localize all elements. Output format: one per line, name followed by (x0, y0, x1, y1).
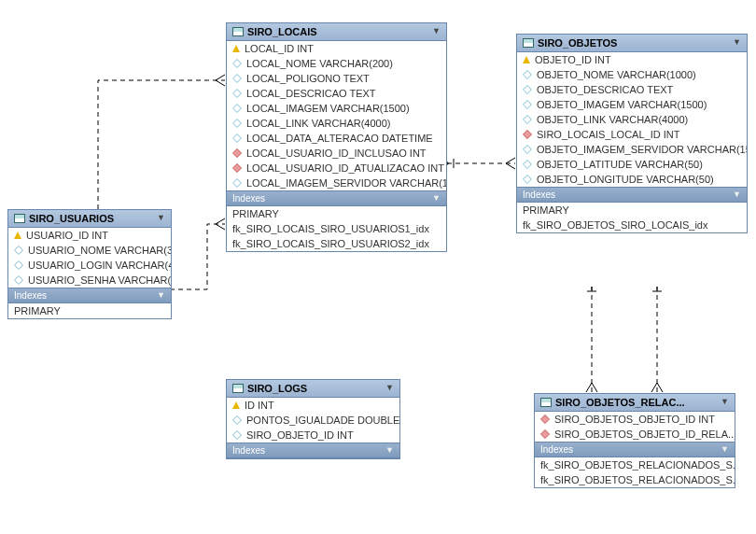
column-row: OBJETO_ID INT (517, 52, 747, 67)
column-icon (14, 275, 23, 285)
collapse-icon[interactable]: ▼ (721, 444, 729, 454)
column-row: LOCAL_IMAGEM_SERVIDOR VARCHAR(1500) (227, 176, 446, 190)
column-icon (14, 246, 23, 255)
column-row: SIRO_OBJETOS_OBJETO_ID_RELA... (535, 427, 735, 442)
table-icon (232, 27, 244, 36)
column-row: OBJETO_LATITUDE VARCHAR(50) (517, 157, 747, 172)
table-icon (14, 214, 25, 223)
column-icon (523, 175, 532, 184)
column-row: LOCAL_IMAGEM VARCHAR(1500) (227, 101, 446, 116)
column-row: OBJETO_DESCRICAO TEXT (517, 82, 747, 97)
entity-header[interactable]: SIRO_LOCAIS ▼ (227, 23, 446, 41)
column-row: LOCAL_USUARIO_ID_INCLUSAO INT (227, 146, 446, 161)
entity-siro-objetos-relac[interactable]: SIRO_OBJETOS_RELAC... ▼ SIRO_OBJETOS_OBJ… (534, 393, 735, 488)
indexes-header[interactable]: Indexes▼ (227, 190, 446, 206)
entity-header[interactable]: SIRO_OBJETOS ▼ (517, 35, 747, 52)
column-row: LOCAL_POLIGONO TEXT (227, 71, 446, 86)
entity-siro-usuarios[interactable]: SIRO_USUARIOS ▼ USUARIO_ID INT USUARIO_N… (7, 209, 172, 319)
collapse-icon[interactable]: ▼ (432, 193, 441, 203)
pk-icon (14, 232, 21, 239)
collapse-icon[interactable]: ▼ (733, 37, 741, 47)
pk-icon (232, 401, 240, 409)
column-row: LOCAL_DESCRICAO TEXT (227, 86, 446, 101)
entity-header[interactable]: SIRO_USUARIOS ▼ (8, 210, 171, 228)
index-row: fk_SIRO_OBJETOS_RELACIONADOS_S... (535, 472, 735, 487)
column-row: OBJETO_IMAGEM_SERVIDOR VARCHAR(1500) (517, 142, 747, 157)
table-icon (540, 398, 552, 407)
entity-siro-objetos[interactable]: SIRO_OBJETOS ▼ OBJETO_ID INT OBJETO_NOME… (516, 34, 748, 233)
column-row: LOCAL_ID INT (227, 41, 446, 56)
entity-header[interactable]: SIRO_OBJETOS_RELAC... ▼ (535, 394, 735, 412)
index-row: PRIMARY (8, 303, 171, 318)
indexes-header[interactable]: Indexes▼ (227, 443, 399, 458)
fk-icon (232, 148, 242, 158)
column-row: ID INT (227, 398, 399, 413)
column-row: OBJETO_NOME VARCHAR(1000) (517, 67, 747, 82)
column-row: OBJETO_LINK VARCHAR(4000) (517, 112, 747, 127)
column-icon (523, 85, 532, 94)
column-icon (232, 415, 242, 425)
fk-icon (540, 415, 550, 424)
pk-icon (523, 56, 530, 63)
collapse-icon[interactable]: ▼ (157, 213, 165, 222)
entity-title: SIRO_USUARIOS (29, 213, 114, 224)
column-row: LOCAL_LINK VARCHAR(4000) (227, 116, 446, 131)
collapse-icon[interactable]: ▼ (385, 445, 394, 455)
table-icon (523, 38, 534, 48)
entity-header[interactable]: SIRO_LOGS ▼ (227, 380, 399, 398)
collapse-icon[interactable]: ▼ (721, 397, 729, 406)
column-icon (232, 134, 242, 143)
index-row: PRIMARY (227, 206, 446, 221)
fk-icon (540, 429, 550, 439)
column-row: SIRO_OBJETOS_OBJETO_ID INT (535, 412, 735, 427)
indexes-header[interactable]: Indexes▼ (535, 442, 735, 457)
column-icon (232, 430, 242, 440)
indexes-header[interactable]: Indexes▼ (8, 288, 171, 303)
collapse-icon[interactable]: ▼ (733, 190, 741, 199)
column-icon (232, 104, 242, 113)
column-icon (232, 74, 242, 83)
entity-title: SIRO_LOCAIS (247, 26, 317, 37)
pk-icon (232, 45, 240, 52)
column-row: SIRO_OBJETO_ID INT (227, 428, 399, 443)
column-icon (232, 119, 242, 128)
entity-siro-locais[interactable]: SIRO_LOCAIS ▼ LOCAL_ID INT LOCAL_NOME VA… (226, 22, 447, 252)
entity-title: SIRO_OBJETOS_RELAC... (555, 397, 685, 408)
column-icon (523, 145, 532, 154)
column-icon (523, 160, 532, 169)
column-icon (232, 178, 242, 188)
column-icon (523, 115, 532, 124)
entity-title: SIRO_LOGS (247, 383, 307, 394)
column-row: SIRO_LOCAIS_LOCAL_ID INT (517, 127, 747, 142)
indexes-header[interactable]: Indexes▼ (517, 187, 747, 203)
index-row: PRIMARY (517, 203, 747, 218)
column-icon (232, 59, 242, 68)
column-row: LOCAL_USUARIO_ID_ATUALIZACAO INT (227, 161, 446, 176)
column-row: PONTOS_IGUALDADE DOUBLE (227, 413, 399, 428)
collapse-icon[interactable]: ▼ (157, 290, 165, 300)
table-icon (232, 384, 244, 393)
column-icon (14, 260, 23, 270)
fk-icon (232, 163, 242, 173)
collapse-icon[interactable]: ▼ (432, 26, 441, 35)
column-row: USUARIO_LOGIN VARCHAR(45) (8, 258, 171, 273)
column-row: USUARIO_ID INT (8, 228, 171, 243)
entity-siro-logs[interactable]: SIRO_LOGS ▼ ID INT PONTOS_IGUALDADE DOUB… (226, 379, 400, 459)
collapse-icon[interactable]: ▼ (385, 383, 394, 392)
fk-icon (523, 130, 532, 139)
column-icon (523, 100, 532, 109)
index-row: fk_SIRO_LOCAIS_SIRO_USUARIOS1_idx (227, 221, 446, 236)
index-row: fk_SIRO_OBJETOS_SIRO_LOCAIS_idx (517, 218, 747, 232)
index-row: fk_SIRO_LOCAIS_SIRO_USUARIOS2_idx (227, 236, 446, 251)
column-row: LOCAL_NOME VARCHAR(200) (227, 56, 446, 71)
column-row: LOCAL_DATA_ALTERACAO DATETIME (227, 131, 446, 146)
column-icon (232, 89, 242, 98)
entity-title: SIRO_OBJETOS (538, 37, 617, 49)
column-icon (523, 70, 532, 79)
column-row: USUARIO_NOME VARCHAR(300) (8, 243, 171, 258)
index-row: fk_SIRO_OBJETOS_RELACIONADOS_S... (535, 457, 735, 472)
column-row: OBJETO_IMAGEM VARCHAR(1500) (517, 97, 747, 112)
column-row: USUARIO_SENHA VARCHAR(10) (8, 273, 171, 288)
column-row: OBJETO_LONGITUDE VARCHAR(50) (517, 172, 747, 187)
